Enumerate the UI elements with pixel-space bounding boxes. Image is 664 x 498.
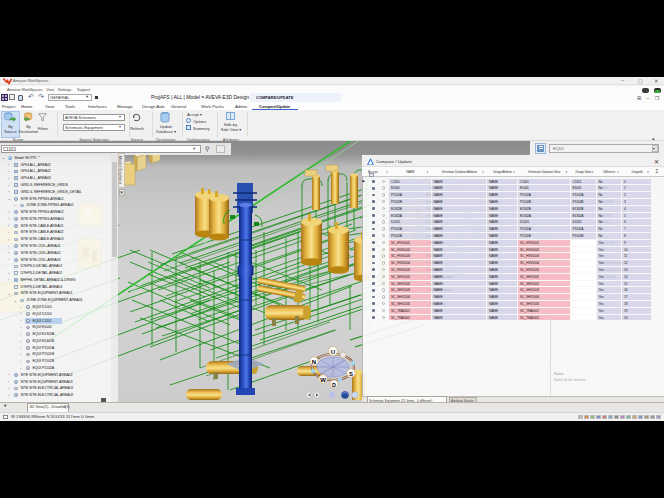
svg-text:W: W xyxy=(320,377,326,383)
svg-text:U: U xyxy=(331,349,335,355)
svg-text:S: S xyxy=(349,371,353,377)
svg-text:N: N xyxy=(312,359,316,365)
svg-text:D: D xyxy=(332,382,336,388)
